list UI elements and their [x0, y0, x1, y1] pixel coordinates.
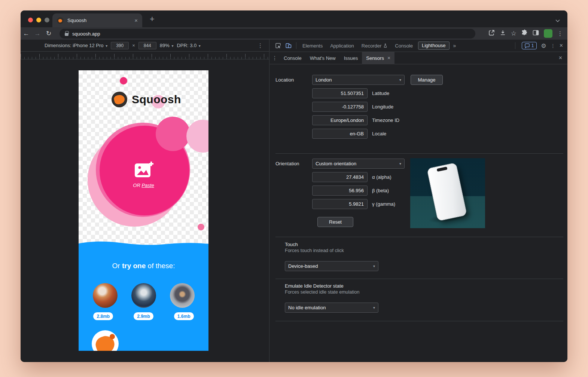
drawer-close-icon[interactable]: × — [559, 55, 562, 61]
reload-button[interactable]: ↻ — [43, 30, 54, 37]
drawer-tab-sensors[interactable]: Sensors × — [362, 52, 394, 64]
device-toolbar-menu-icon[interactable]: ⋮ — [258, 42, 263, 49]
open-in-new-icon[interactable] — [488, 30, 495, 37]
gamma-label: γ (gamma) — [372, 199, 395, 209]
side-panel-icon[interactable] — [533, 30, 539, 37]
locale-input[interactable] — [312, 129, 368, 139]
phone-notch — [437, 167, 448, 172]
device-dimensions-dropdown[interactable]: Dimensions: iPhone 12 Pro ▾ — [45, 43, 107, 48]
tab-list-chevron-icon[interactable] — [555, 17, 560, 24]
browser-menu-icon[interactable]: ⋮ — [557, 30, 563, 37]
browser-tab-squoosh[interactable]: Squoosh × — [52, 13, 142, 27]
devtools-menu-icon[interactable]: ⋮ — [551, 43, 555, 49]
close-sensors-tab-icon[interactable]: × — [387, 52, 390, 64]
tab-recorder[interactable]: Recorder — [358, 40, 391, 52]
caret-down-icon: ▾ — [171, 44, 173, 48]
new-tab-button[interactable]: + — [150, 14, 155, 24]
traffic-lights — [28, 18, 49, 22]
demo-size-badges: 2.8mb 2.9mb 1.6mb — [79, 312, 208, 320]
longitude-input[interactable] — [312, 102, 368, 112]
orientation-value: Custom orientation — [316, 161, 356, 166]
settings-gear-icon[interactable]: ⚙ — [541, 42, 546, 49]
bookmark-star-icon[interactable]: ☆ — [511, 30, 517, 37]
drawer-tab-whats-new[interactable]: What's New — [306, 52, 340, 64]
orientation-select[interactable]: Custom orientation ▾ — [312, 159, 405, 169]
try-one-text: Or try one of these: — [79, 262, 208, 270]
beta-input[interactable] — [312, 186, 368, 196]
beta-label: β (beta) — [372, 186, 389, 196]
back-button[interactable]: ← — [21, 30, 32, 37]
try-prefix: Or — [112, 262, 122, 270]
caret-down-icon: ▾ — [199, 44, 201, 48]
idle-title: Emulate Idle Detector state — [285, 283, 344, 289]
orientation-label: Orientation — [275, 159, 299, 169]
divider — [275, 279, 563, 279]
timezone-label: Timezone ID — [372, 115, 399, 125]
devtools-close-icon[interactable]: × — [560, 42, 563, 49]
device-emulation-pane: Dimensions: iPhone 12 Pro ▾ × 89% ▾ DPR:… — [21, 40, 269, 362]
zoom-window-button[interactable] — [45, 18, 49, 22]
idle-select[interactable]: No idle emulation ▾ — [285, 303, 378, 313]
extensions-puzzle-icon[interactable] — [521, 30, 528, 37]
orientation-phone-preview[interactable] — [410, 158, 485, 228]
drawer-menu-icon[interactable]: ⋮ — [270, 55, 280, 61]
zoom-value: 89% — [160, 43, 170, 48]
or-paste-text: OR Paste — [79, 183, 208, 188]
touch-select[interactable]: Device-based ▾ — [285, 261, 378, 271]
squoosh-logo-icon — [112, 92, 127, 107]
squoosh-app-viewport: Squoosh OR Paste — [79, 70, 208, 351]
location-select[interactable]: London ▾ — [312, 75, 405, 85]
demo-image-phone[interactable] — [170, 283, 195, 308]
tab-close-icon[interactable]: × — [134, 17, 138, 24]
drawer-tab-console[interactable]: Console — [280, 52, 306, 64]
or-label: OR — [133, 183, 141, 188]
drawer-tab-issues[interactable]: Issues — [340, 52, 362, 64]
drawer-tab-sensors-label: Sensors — [366, 52, 384, 64]
profile-avatar[interactable] — [544, 29, 552, 38]
more-tabs-icon[interactable]: » — [451, 43, 458, 49]
tab-elements[interactable]: Elements — [299, 40, 326, 52]
chat-bubble-icon — [525, 43, 530, 48]
browser-window: Squoosh × + ← → ↻ squoosh.app ☆ — [21, 10, 567, 362]
minimize-window-button[interactable] — [36, 18, 41, 22]
try-bold: try one — [122, 262, 146, 270]
manage-button[interactable]: Manage — [411, 75, 443, 85]
dpr-value: DPR: 3.0 — [177, 43, 196, 48]
dpr-dropdown[interactable]: DPR: 3.0 ▾ — [177, 43, 200, 48]
locale-label: Locale — [372, 129, 386, 139]
window-content: Dimensions: iPhone 12 Pro ▾ × 89% ▾ DPR:… — [21, 40, 567, 362]
dimensions-times-separator: × — [132, 43, 135, 48]
device-toolbar-toggle-icon[interactable] — [283, 40, 294, 52]
reset-button[interactable]: Reset — [317, 217, 353, 227]
timezone-input[interactable] — [312, 115, 368, 125]
latitude-input[interactable] — [312, 88, 368, 98]
tab-application[interactable]: Application — [326, 40, 358, 52]
demo-image-workspace[interactable] — [131, 283, 156, 308]
gamma-input[interactable] — [312, 199, 368, 209]
flask-icon — [383, 43, 387, 48]
viewport-width-input[interactable] — [111, 42, 129, 49]
forward-button[interactable]: → — [32, 30, 43, 37]
paste-link[interactable]: Paste — [141, 183, 154, 188]
device-ruler — [21, 52, 269, 59]
issues-counter-button[interactable]: 1 — [522, 42, 537, 49]
latitude-label: Latitude — [372, 88, 389, 98]
location-value: London — [316, 77, 332, 83]
alpha-input[interactable] — [312, 172, 368, 182]
tab-console[interactable]: Console — [391, 40, 417, 52]
viewport-height-input[interactable] — [138, 42, 156, 49]
devtools-right-controls: 1 ⚙ ⋮ × — [513, 42, 567, 49]
touch-title: Touch — [285, 242, 298, 247]
idle-value: No idle emulation — [288, 305, 326, 310]
add-image-button[interactable] — [135, 161, 153, 178]
install-download-icon[interactable] — [500, 30, 506, 37]
divider — [296, 42, 296, 49]
zoom-dropdown[interactable]: 89% ▾ — [160, 43, 174, 48]
address-bar[interactable]: squoosh.app — [60, 29, 475, 39]
divider — [275, 237, 563, 237]
inspect-element-icon[interactable] — [273, 40, 283, 52]
close-window-button[interactable] — [28, 18, 33, 22]
tab-lighthouse[interactable]: Lighthouse — [418, 42, 450, 50]
issues-count: 1 — [531, 43, 534, 48]
demo-image-panda[interactable] — [93, 283, 118, 308]
